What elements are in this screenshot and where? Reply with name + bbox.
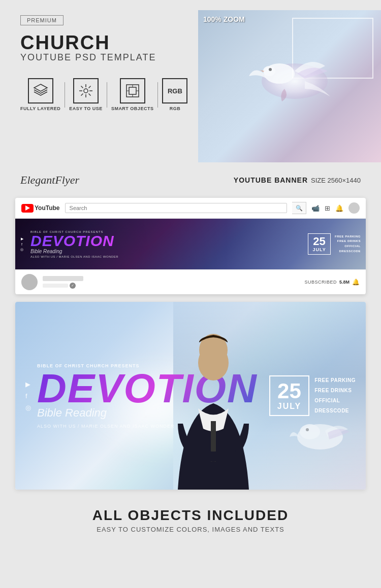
feature-label-layers: FULLY LAYERED <box>20 106 60 111</box>
divider-3 <box>157 82 158 108</box>
yt-avatar[interactable] <box>348 202 360 214</box>
feature-label-smart: SMART OBJECTS <box>111 106 154 111</box>
youtube-logo-text: YouTube <box>35 204 60 212</box>
large-dove-illustration <box>290 411 351 464</box>
premium-badge: PREMIUM <box>20 15 64 25</box>
yt-video-icon[interactable]: 📹 <box>311 204 320 212</box>
bottom-section: ALL OBJECTS INCLUDED EASY TO CUSTOMIZE C… <box>0 500 381 546</box>
youtube-play-triangle <box>25 205 30 211</box>
yt-date-box: 25 JULY <box>308 233 331 255</box>
yt-subscribe-section: SUBSCRIBED 5.8M 🔔 <box>304 279 360 286</box>
yt-date-number: 25 <box>312 236 326 247</box>
yt-banner: ▶ f ◎ BIBLE OF CHRIST CHURCH PRESENTS DE… <box>15 219 366 269</box>
left-info: PREMIUM CHURCH YOUTUBE PSD TEMPLATE FULL… <box>0 10 198 162</box>
person-figure <box>163 322 264 490</box>
rgb-text: RGB <box>168 87 182 95</box>
large-info-box: FREE PARKING FREE DRINKS OFFICIAL DRESSC… <box>314 375 356 416</box>
svg-line-5 <box>81 86 83 88</box>
large-info-line-2: FREE DRINKS <box>314 386 356 396</box>
banner-preview-thumbnail: 100% ZOOM <box>198 10 381 162</box>
youtube-mockup: YouTube 🔍 📹 ⊞ 🔔 ▶ f ◎ BIBLE OF CHRIST CH… <box>15 198 366 294</box>
large-ig-icon: ◎ <box>25 404 31 411</box>
svg-line-8 <box>81 94 83 96</box>
svg-point-19 <box>269 68 272 71</box>
all-objects-title: ALL OBJECTS INCLUDED <box>20 507 361 524</box>
yt-search-input[interactable] <box>65 203 287 213</box>
elegantflyer-logo: ElegantFlyer <box>20 174 79 187</box>
zoom-badge: 100% ZOOM <box>203 15 245 24</box>
smart-icon <box>120 78 145 103</box>
yt-icon: ▶ <box>21 237 23 241</box>
svg-point-25 <box>306 428 309 431</box>
banner-info-size: SIZE 2560×1440 <box>311 177 361 184</box>
rgb-icon: RGB <box>162 78 187 103</box>
magic-icon <box>73 78 99 103</box>
large-banner: ▶ f ◎ BIBLE OF CHRIST CHURCH PRESENTS DE… <box>15 302 366 490</box>
yt-subscriber-bar <box>43 284 68 288</box>
large-banner-preview: ▶ f ◎ BIBLE OF CHRIST CHURCH PRESENTS DE… <box>15 302 366 490</box>
feature-rgb: RGB RGB <box>162 78 187 111</box>
ig-icon: ◎ <box>20 248 23 252</box>
yt-toolbar-icons: 📹 ⊞ 🔔 <box>311 202 360 214</box>
main-title: CHURCH <box>20 33 110 52</box>
feature-label-rgb: RGB <box>170 106 181 111</box>
svg-point-9 <box>84 89 88 93</box>
preview-image: 100% ZOOM <box>198 10 381 162</box>
large-banner-content: ▶ f ◎ BIBLE OF CHRIST CHURCH PRESENTS DE… <box>15 302 366 490</box>
yt-also-with-text: ALSO WITH US / MARIE OLSEN AND ISAAC WON… <box>30 255 304 258</box>
yt-info-line-4: DRESSCODE <box>335 249 361 254</box>
yt-channel-info: ✓ <box>43 276 83 289</box>
yt-subscriber-count: 5.8M <box>339 280 350 285</box>
svg-rect-11 <box>129 87 136 94</box>
feature-label-easy: EASY TO USE <box>69 106 103 111</box>
yt-apps-icon[interactable]: ⊞ <box>325 204 330 212</box>
svg-line-6 <box>89 94 91 96</box>
yt-devotion-text: DEVOTION <box>30 233 304 249</box>
yt-channel-name-bar <box>43 276 83 281</box>
yt-subscribed-label: SUBSCRIBED <box>304 280 337 285</box>
banner-info-label: YOUTUBE BANNER <box>234 176 308 184</box>
large-yt-icon: ▶ <box>25 381 31 388</box>
large-date-number: 25 <box>277 381 301 402</box>
feature-fully-layered: FULLY LAYERED <box>20 78 60 111</box>
large-date-month: JULY <box>277 402 301 411</box>
top-section: PREMIUM CHURCH YOUTUBE PSD TEMPLATE FULL… <box>0 0 381 167</box>
large-info-line-4: DRESSCODE <box>314 406 356 416</box>
divider-2 <box>107 82 107 108</box>
svg-line-7 <box>89 86 91 88</box>
svg-point-24 <box>300 424 320 439</box>
yt-banner-left-content: BIBLE OF CHRIST CHURCH PRESENTS DEVOTION… <box>30 230 304 258</box>
sub-title: YOUTUBE PSD TEMPLATE <box>20 52 156 63</box>
yt-toolbar: YouTube 🔍 📹 ⊞ 🔔 <box>15 198 366 219</box>
fb-icon: f <box>21 243 22 246</box>
yt-notification-bell[interactable]: 🔔 <box>352 279 360 286</box>
yt-verified-badge: ✓ <box>70 283 76 289</box>
yt-info-line-1: FREE PARKING <box>335 234 361 239</box>
search-icon: 🔍 <box>296 205 303 212</box>
yt-channel-row: ✓ SUBSCRIBED 5.8M 🔔 <box>15 269 366 294</box>
yt-info-box: FREE PARKING FREE DRINKS OFFICIAL DRESSC… <box>335 234 361 254</box>
yt-bible-reading-text: Bible Reading <box>30 249 304 254</box>
yt-info-line-3: OFFICIAL <box>335 244 361 249</box>
yt-info-line-2: FREE DRINKS <box>335 239 361 244</box>
dove-illustration <box>239 36 340 137</box>
large-info-line-1: FREE PARKING <box>314 375 356 386</box>
features-row: FULLY LAYERED <box>20 78 187 111</box>
youtube-logo-icon <box>21 204 34 213</box>
yt-banner-content: ▶ f ◎ BIBLE OF CHRIST CHURCH PRESENTS DE… <box>15 228 366 261</box>
layers-icon <box>28 78 53 103</box>
yt-side-social-icons: ▶ f ◎ <box>20 237 23 252</box>
yt-search-button[interactable]: 🔍 <box>292 202 306 214</box>
large-date-box: 25 JULY <box>269 375 309 416</box>
branding-row: ElegantFlyer YOUTUBE BANNER SIZE 2560×14… <box>0 167 381 193</box>
youtube-logo: YouTube <box>21 204 60 213</box>
feature-easy-to-use: EASY TO USE <box>69 78 103 111</box>
large-info-line-3: OFFICIAL <box>314 396 356 406</box>
svg-point-18 <box>263 66 275 76</box>
all-objects-subtitle: EASY TO CUSTOMIZE COLORS, IMAGES AND TEX… <box>20 526 361 533</box>
yt-channel-sub-row: ✓ <box>43 283 83 289</box>
banner-info: YOUTUBE BANNER SIZE 2560×1440 <box>234 176 361 184</box>
yt-bell-icon[interactable]: 🔔 <box>335 204 343 212</box>
yt-date-month: JULY <box>312 247 326 252</box>
feature-smart-objects: SMART OBJECTS <box>111 78 154 111</box>
